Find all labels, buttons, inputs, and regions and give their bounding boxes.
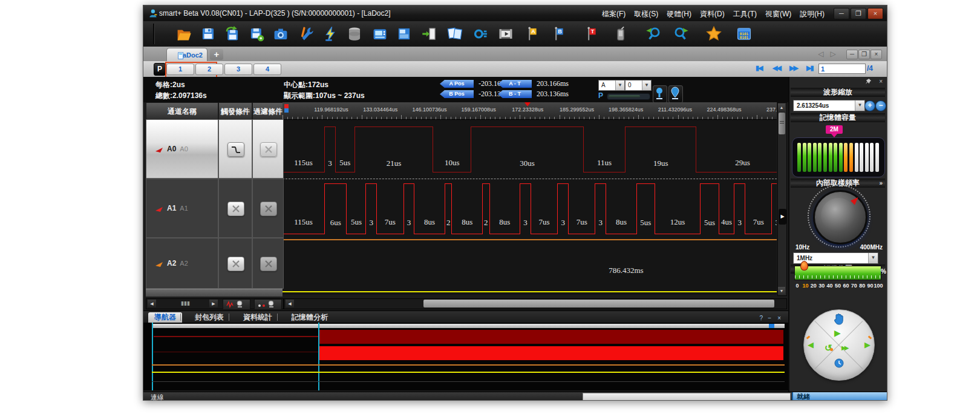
menu-item-1[interactable]: 取樣(S) [634,10,658,18]
export-data-icon[interactable] [422,26,437,42]
restore-button[interactable]: ❐ [851,8,866,19]
doc-restore-button[interactable]: ❐ [858,50,870,59]
marker-a-select[interactable]: A▼ [598,80,625,91]
menu-item-0[interactable]: 檔案(F) [602,10,626,18]
marker-count-select[interactable]: 0▼ [625,80,652,91]
filter-condition-button[interactable] [260,202,277,216]
zoom-scale-select[interactable]: 2.613254us ▼ [793,100,865,111]
bottom-tab-0[interactable]: 導航器 [148,312,182,323]
waveform-lane-a0[interactable]: 115us35us21us10us30us11us19us29us [283,119,777,179]
menu-item-6[interactable]: 說明(H) [800,10,825,18]
trigger-condition-button[interactable] [227,202,244,216]
scroll-left-icon[interactable]: ◀ [148,300,156,307]
memory-meter[interactable] [792,137,885,177]
search-waveform-button[interactable] [223,299,250,310]
save-file-icon[interactable] [200,26,216,42]
waveform-animation-icon[interactable] [498,26,514,42]
doc-close-button[interactable]: × [871,50,882,59]
add-tab-button[interactable]: + [210,49,223,60]
navigator-scroll-chip[interactable] [769,324,774,328]
column-header-channel-name[interactable]: 通道名稱 [146,102,218,120]
favorite-icon[interactable] [706,26,722,42]
search-data-button[interactable] [254,299,282,310]
instrument-icon[interactable] [372,26,388,42]
page-prev-button[interactable]: ◀◀ [773,64,780,72]
compare-data-icon[interactable] [447,26,463,42]
column-header-trigger-condition[interactable]: 觸發條件 [218,102,252,120]
bottom-tab-3[interactable]: 記憶體分析 [286,312,334,323]
waveform-lane-a2[interactable]: 786.432ms [283,240,777,295]
step-right-icon[interactable]: ▶ [864,340,871,349]
pin-icon[interactable] [865,78,872,86]
waveform-vertical-scrollbar[interactable]: ▲ ▼ [777,102,787,296]
close-button[interactable]: × [867,8,883,19]
vertical-scroll-thumb[interactable] [779,113,785,134]
time-ruler[interactable]: 119.968192us133.034464us146.100736us159.… [283,102,777,120]
b-pos-tag[interactable]: B Pos [440,90,474,98]
trigger-cell-a0[interactable] [218,119,252,179]
a-pos-tag[interactable]: A Pos [440,80,474,88]
scroll-left-icon[interactable]: ◀ [286,300,294,307]
scroll-up-icon[interactable]: ▲ [778,104,785,111]
zoom-out-button[interactable]: − [875,100,886,111]
a-t-tag[interactable]: A - T [498,80,532,88]
trigger-condition-button[interactable] [227,257,244,271]
doc-minimize-button[interactable]: ─ [846,50,858,59]
page-button-4[interactable]: 4 [253,64,281,75]
filter-condition-button[interactable] [260,257,277,271]
navigator-view[interactable] [143,323,788,390]
memory-depth-icon[interactable] [347,26,362,42]
trigger-position-pin[interactable] [800,261,808,271]
page-button-3[interactable]: 3 [224,64,252,75]
waveform-plot[interactable]: 119.968192us133.034464us146.100736us159.… [283,102,777,295]
clock-icon[interactable] [834,358,844,368]
binary-view-icon[interactable]: 01010101 [736,26,752,42]
scroll-right-icon[interactable]: ▶ [209,300,218,307]
channel-row-a1[interactable]: A1A1 [146,179,218,238]
trigger-marker-icon[interactable] [524,102,531,107]
page-number-input[interactable] [818,64,866,74]
waveform-lane-a1[interactable]: 115us6us5us37us38us28us28us37us37us38us5… [283,180,777,239]
bottom-tab-1[interactable]: 封包列表 [189,312,230,323]
trigger-cell-a1[interactable] [218,179,252,238]
bottom-tab-2[interactable]: 資料統計 [237,312,278,323]
page-button-1[interactable]: 1 [166,64,194,75]
page-first-button[interactable]: ▮◀ [756,64,762,72]
channel-row-a0[interactable]: A0A0 [146,119,218,179]
channel-panel-scrollbar[interactable]: ◀ ⦀⦀⦀ ▶ [146,298,284,309]
scroll-grip[interactable]: ⦀⦀⦀ [178,300,194,307]
acquire-icon[interactable] [322,26,338,42]
page-p-button[interactable]: P [154,63,166,76]
frequency-knob[interactable] [813,190,867,245]
waveform-horizontal-scrollbar[interactable]: ◀ [284,298,787,309]
menu-item-2[interactable]: 硬體(H) [667,10,691,18]
horizontal-scroll-thumb[interactable] [423,300,774,307]
save-restore-icon[interactable] [224,26,240,42]
screenshot-icon[interactable] [273,26,289,42]
setup-tools-icon[interactable] [298,26,314,42]
filter-cell-a0[interactable] [252,119,284,179]
b-t-tag[interactable]: B - T [498,90,532,98]
zoom-next-icon[interactable] [673,26,689,42]
save-settings-icon[interactable] [249,26,264,42]
window-layout-icon[interactable] [396,26,412,42]
tab-scroll-right-icon[interactable]: ▷ [828,50,838,58]
page-next-button[interactable]: ▶▶ [789,64,797,72]
flag-b-icon[interactable]: B [549,26,564,42]
open-file-icon[interactable] [176,26,192,42]
panel-minimize-button[interactable]: − [768,315,771,321]
marker-pin-button[interactable] [653,85,667,103]
step-left-icon[interactable]: ◀ [808,340,814,349]
scroll-down-icon[interactable]: ▼ [778,287,785,295]
panel-expand-button[interactable]: ▶ [779,209,786,225]
navigator-scroll-strip[interactable] [153,324,785,328]
fast-forward-icon[interactable]: ▶▶ [841,344,847,351]
flag-a-icon[interactable]: A [522,26,538,42]
trigger-condition-button[interactable] [227,142,244,157]
page-last-button[interactable]: ▶▮ [806,64,813,72]
page-button-2[interactable]: 2 [195,64,223,75]
filter-condition-button[interactable] [260,142,277,157]
navigation-wheel[interactable]: ▶ ↺ ▶▶ ◀ ▶ [803,309,875,381]
zoom-in-button[interactable]: + [864,100,875,111]
tab-ladoc2[interactable]: LaDoc2 [166,48,207,62]
